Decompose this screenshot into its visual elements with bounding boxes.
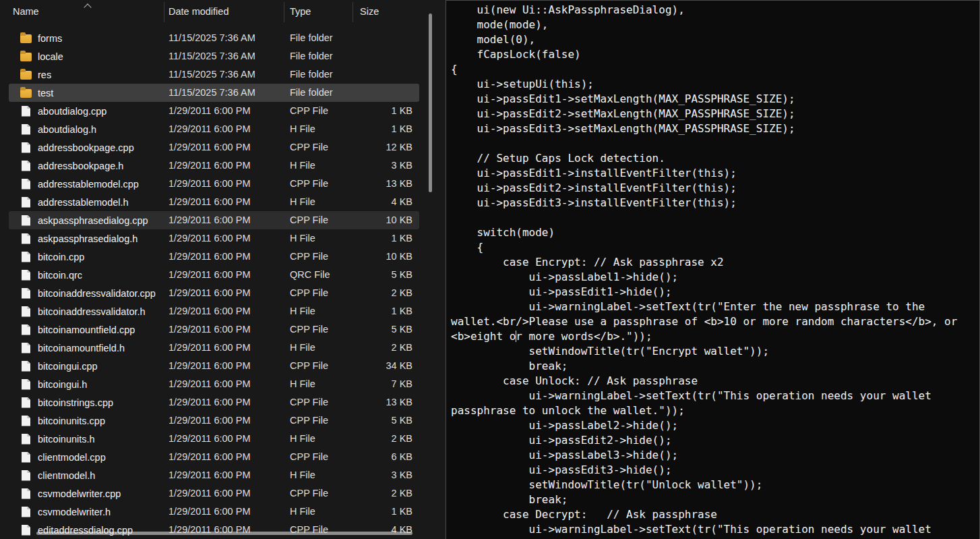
file-name-cell: res xyxy=(20,65,51,84)
size-cell: 3 KB xyxy=(353,157,412,175)
file-row[interactable]: addresstablemodel.cpp 1/29/2011 6:00 PM … xyxy=(0,175,446,193)
file-name-cell: bitcoinstrings.cpp xyxy=(20,393,113,412)
file-name-label: csvmodelwriter.h xyxy=(38,507,111,517)
file-name-cell: bitcoinaddressvalidator.cpp xyxy=(20,284,156,302)
file-row[interactable]: csvmodelwriter.cpp 1/29/2011 6:00 PM CPP… xyxy=(0,484,446,503)
code-line: ui->warningLabel->setText(tr("Enter the … xyxy=(451,300,979,314)
code-line: wallet.<br/>Please use a passphrase of <… xyxy=(451,314,979,329)
type-cell: CPP File xyxy=(290,175,328,193)
size-cell: 3 KB xyxy=(353,466,412,484)
file-name-label: askpassphrasedialog.h xyxy=(38,233,137,244)
file-row[interactable]: forms 11/15/2025 7:36 AM File folder xyxy=(0,29,446,47)
file-name-cell: addresstablemodel.cpp xyxy=(20,175,139,193)
file-name-label: addressbookpage.cpp xyxy=(38,142,134,153)
file-icon xyxy=(22,233,30,244)
file-name-cell: csvmodelwriter.cpp xyxy=(20,484,121,503)
type-cell: H File xyxy=(290,339,315,357)
column-divider[interactable] xyxy=(353,2,353,22)
file-row[interactable]: aboutdialog.cpp 1/29/2011 6:00 PM CPP Fi… xyxy=(0,102,446,120)
size-cell: 6 KB xyxy=(353,448,412,466)
file-icon xyxy=(22,361,30,372)
size-cell: 10 KB xyxy=(353,211,412,229)
date-modified-cell: 1/29/2011 6:00 PM xyxy=(169,175,250,193)
column-divider[interactable] xyxy=(164,2,164,22)
file-icon xyxy=(22,525,30,536)
column-header-date-modified[interactable]: Date modified xyxy=(169,6,228,17)
file-row[interactable]: bitcoingui.h 1/29/2011 6:00 PM H File 7 … xyxy=(0,375,446,393)
file-row[interactable]: bitcoinaddressvalidator.cpp 1/29/2011 6:… xyxy=(0,284,446,302)
file-icon xyxy=(22,397,30,408)
vertical-scrollbar[interactable] xyxy=(429,13,432,192)
file-name-label: test xyxy=(38,88,53,98)
file-row[interactable]: csvmodelwriter.h 1/29/2011 6:00 PM H Fil… xyxy=(0,503,446,521)
file-name-label: bitcoinstrings.cpp xyxy=(38,397,113,408)
date-modified-cell: 1/29/2011 6:00 PM xyxy=(169,102,250,120)
file-icon xyxy=(22,288,30,299)
file-name-label: locale xyxy=(38,51,63,62)
file-row[interactable]: addresstablemodel.h 1/29/2011 6:00 PM H … xyxy=(0,193,446,211)
file-name-cell: bitcoingui.h xyxy=(20,375,87,393)
date-modified-cell: 1/29/2011 6:00 PM xyxy=(169,138,250,157)
code-line: ui->passEdit2->hide(); xyxy=(451,433,979,448)
column-header-size[interactable]: Size xyxy=(360,6,379,17)
type-cell: CPP File xyxy=(290,393,328,412)
code-line xyxy=(451,136,979,151)
code-line: case Unlock: // Ask passphrase xyxy=(451,374,979,389)
code-line: <b>eight or more words</b>.")); xyxy=(451,329,979,344)
file-row[interactable]: test 11/15/2025 7:36 AM File folder xyxy=(0,84,446,102)
code-line: mode(mode), xyxy=(451,18,979,32)
file-row[interactable]: res 11/15/2025 7:36 AM File folder xyxy=(0,65,446,84)
file-icon xyxy=(22,434,30,445)
file-icon xyxy=(22,379,30,390)
file-name-label: bitcoinamountfield.cpp xyxy=(38,324,135,335)
code-line: { xyxy=(451,62,979,77)
file-icon xyxy=(22,343,30,353)
column-header-type[interactable]: Type xyxy=(290,6,311,17)
file-row[interactable]: bitcoinstrings.cpp 1/29/2011 6:00 PM CPP… xyxy=(0,393,446,412)
date-modified-cell: 1/29/2011 6:00 PM xyxy=(169,393,250,412)
file-name-cell: addresstablemodel.h xyxy=(20,193,129,211)
file-row[interactable]: askpassphrasedialog.cpp 1/29/2011 6:00 P… xyxy=(0,211,446,229)
sort-chevron-up-icon xyxy=(84,3,91,11)
size-cell: 12 KB xyxy=(353,138,412,157)
file-row[interactable]: askpassphrasedialog.h 1/29/2011 6:00 PM … xyxy=(0,229,446,248)
file-row[interactable]: bitcoinamountfield.h 1/29/2011 6:00 PM H… xyxy=(0,339,446,357)
file-icon xyxy=(22,270,30,281)
size-cell: 1 KB xyxy=(353,229,412,248)
date-modified-cell: 11/15/2025 7:36 AM xyxy=(169,65,255,84)
file-row[interactable]: bitcoingui.cpp 1/29/2011 6:00 PM CPP Fil… xyxy=(0,357,446,375)
file-row[interactable]: clientmodel.h 1/29/2011 6:00 PM H File 3… xyxy=(0,466,446,484)
file-name-cell: clientmodel.cpp xyxy=(20,448,106,466)
file-row[interactable]: bitcoinamountfield.cpp 1/29/2011 6:00 PM… xyxy=(0,320,446,339)
type-cell: File folder xyxy=(290,47,333,65)
file-row[interactable]: bitcoinaddressvalidator.h 1/29/2011 6:00… xyxy=(0,302,446,320)
file-row[interactable]: addressbookpage.h 1/29/2011 6:00 PM H Fi… xyxy=(0,157,446,175)
type-cell: H File xyxy=(290,430,315,448)
folder-icon xyxy=(20,89,32,98)
file-row[interactable]: clientmodel.cpp 1/29/2011 6:00 PM CPP Fi… xyxy=(0,448,446,466)
date-modified-cell: 1/29/2011 6:00 PM xyxy=(169,266,250,284)
file-row[interactable]: locale 11/15/2025 7:36 AM File folder xyxy=(0,47,446,65)
file-row[interactable]: bitcoinunits.cpp 1/29/2011 6:00 PM CPP F… xyxy=(0,412,446,430)
file-icon xyxy=(22,306,30,317)
date-modified-cell: 1/29/2011 6:00 PM xyxy=(169,466,250,484)
code-line: ui->passLabel3->hide(); xyxy=(451,448,979,463)
file-row[interactable]: bitcoin.cpp 1/29/2011 6:00 PM CPP File 1… xyxy=(0,248,446,266)
code-line: setWindowTitle(tr("Encrypt wallet")); xyxy=(451,344,979,359)
file-name-cell: editaddressdialog.cpp xyxy=(20,521,133,539)
code-text-area[interactable]: ui(new Ui::AskPassphraseDialog), mode(mo… xyxy=(446,1,979,539)
file-row[interactable]: aboutdialog.h 1/29/2011 6:00 PM H File 1… xyxy=(0,120,446,138)
file-row[interactable]: bitcoin.qrc 1/29/2011 6:00 PM QRC File 5… xyxy=(0,266,446,284)
file-row[interactable]: bitcoinunits.h 1/29/2011 6:00 PM H File … xyxy=(0,430,446,448)
type-cell: CPP File xyxy=(290,138,328,157)
file-row[interactable]: editaddressdialog.cpp 1/29/2011 6:00 PM … xyxy=(0,521,446,539)
file-row[interactable]: addressbookpage.cpp 1/29/2011 6:00 PM CP… xyxy=(0,138,446,157)
code-line: break; xyxy=(451,492,979,507)
file-name-label: res xyxy=(38,69,51,80)
column-header-name[interactable]: Name xyxy=(13,6,39,17)
size-cell: 2 KB xyxy=(353,339,412,357)
code-editor-panel[interactable]: ui(new Ui::AskPassphraseDialog), mode(mo… xyxy=(446,0,980,539)
type-cell: H File xyxy=(290,466,315,484)
column-divider[interactable] xyxy=(284,2,284,22)
code-line: break; xyxy=(451,359,979,374)
